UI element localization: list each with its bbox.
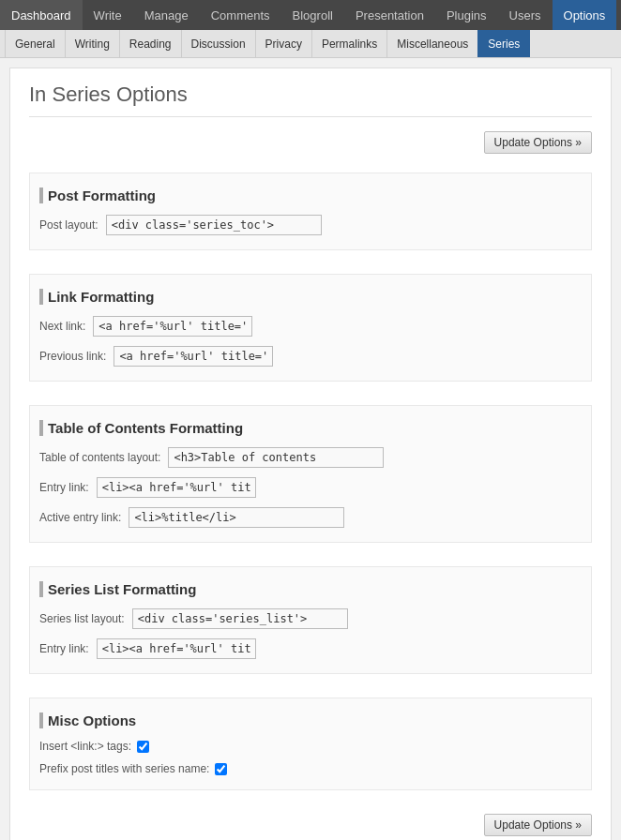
insert-link-tags-label: Insert <link:> tags: [39,740,131,753]
misc-options-section: Misc Options Insert <link:> tags: Prefix… [29,698,592,790]
toc-active-entry-label: Active entry link: [39,511,121,524]
insert-link-tags-checkbox[interactable] [137,741,149,753]
series-entry-link-label: Entry link: [39,642,89,655]
subnav-privacy[interactable]: Privacy [255,30,312,57]
series-entry-link-row: Entry link: [39,638,582,659]
main-content: In Series Options Update Options » Post … [9,68,612,840]
nav-plugins[interactable]: Plugins [435,0,498,30]
previous-link-label: Previous link: [39,350,106,363]
series-list-layout-input[interactable] [132,608,348,629]
series-list-layout-label: Series list layout: [39,612,125,625]
nav-manage[interactable]: Manage [133,0,200,30]
prefix-post-titles-checkbox[interactable] [215,763,227,775]
subnav-writing[interactable]: Writing [65,30,120,57]
next-link-label: Next link: [39,320,85,333]
next-link-row: Next link: [39,316,582,337]
update-options-top-button[interactable]: Update Options » [484,131,592,154]
next-link-input[interactable] [93,316,252,337]
nav-users[interactable]: Users [498,0,553,30]
prefix-post-titles-label: Prefix post titles with series name: [39,762,209,775]
post-formatting-section: Post Formatting Post layout: [29,172,592,250]
insert-link-tags-row: Insert <link:> tags: [39,740,582,753]
previous-link-input[interactable] [114,346,273,367]
link-formatting-heading: Link Formatting [39,289,582,305]
nav-options[interactable]: Options [553,0,617,30]
nav-blogroll[interactable]: Blogroll [281,0,344,30]
series-list-layout-row: Series list layout: [39,608,582,629]
post-layout-input[interactable] [106,215,322,235]
post-formatting-heading: Post Formatting [39,188,582,203]
post-layout-label: Post layout: [39,218,98,232]
toc-entry-link-input[interactable] [97,477,256,498]
toc-entry-link-label: Entry link: [39,481,89,494]
nav-comments[interactable]: Comments [200,0,281,30]
misc-options-heading: Misc Options [39,712,582,728]
update-options-bottom: Update Options » [29,814,592,836]
series-list-heading: Series List Formatting [39,581,582,597]
subnav-series[interactable]: Series [477,30,530,57]
sub-navigation: General Writing Reading Discussion Priva… [0,30,621,58]
nav-dashboard[interactable]: Dashboard [0,0,83,30]
toc-formatting-heading: Table of Contents Formatting [39,420,582,436]
toc-active-entry-input[interactable] [129,507,344,528]
link-formatting-section: Link Formatting Next link: Previous link… [29,274,592,382]
subnav-discussion[interactable]: Discussion [181,30,256,57]
page-title: In Series Options [29,82,592,117]
series-list-formatting-section: Series List Formatting Series list layou… [29,566,592,674]
subnav-miscellaneous[interactable]: Miscellaneous [386,30,478,57]
update-options-top: Update Options » [29,131,592,154]
toc-layout-row: Table of contents layout: [39,447,582,468]
subnav-general[interactable]: General [5,30,66,57]
toc-layout-input[interactable] [168,447,384,468]
subnav-permalinks[interactable]: Permalinks [311,30,387,57]
series-entry-link-input[interactable] [97,638,256,659]
post-layout-row: Post layout: [39,215,582,235]
toc-formatting-section: Table of Contents Formatting Table of co… [29,405,592,543]
toc-layout-label: Table of contents layout: [39,451,160,464]
toc-active-entry-row: Active entry link: [39,507,582,528]
top-navigation: Dashboard Write Manage Comments Blogroll… [0,0,621,30]
nav-write[interactable]: Write [83,0,133,30]
prefix-post-titles-row: Prefix post titles with series name: [39,762,582,775]
nav-presentation[interactable]: Presentation [344,0,435,30]
update-options-bottom-button[interactable]: Update Options » [484,814,592,836]
subnav-reading[interactable]: Reading [119,30,182,57]
previous-link-row: Previous link: [39,346,582,367]
toc-entry-link-row: Entry link: [39,477,582,498]
